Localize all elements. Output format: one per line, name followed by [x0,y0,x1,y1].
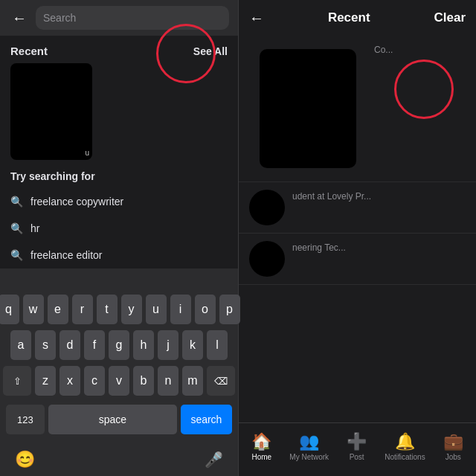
right-content: Co... udent at Lovely Pr... neering Tec.… [239,36,476,476]
suggestion-text-2: freelance editor [30,249,103,261]
key-space[interactable]: space [48,405,177,434]
recent-thumbnail[interactable]: u [10,63,92,160]
key-d[interactable]: d [60,330,80,360]
suggestion-text-0: freelance copywriter [30,196,123,208]
see-all-button[interactable]: See All [193,45,228,57]
key-z[interactable]: z [35,366,56,396]
emoji-button[interactable]: 😊 [15,450,35,469]
suggestion-1[interactable]: 🔍 hr [0,215,238,242]
key-shift[interactable]: ⇧ [3,366,31,396]
recent-label: Recent [10,45,48,57]
recent-list: Co... udent at Lovely Pr... neering Tec.… [239,36,476,422]
key-o[interactable]: o [195,295,216,324]
jobs-icon: 💼 [443,432,463,451]
key-r[interactable]: r [72,295,93,324]
keyboard-row-2: a s d f g h j k l [3,330,235,360]
back-button-right[interactable]: ← [249,10,264,27]
key-n[interactable]: n [158,366,178,396]
tab-bar: 🏠 Home 👥 My Network ➕ Post 🔔 Notificatio… [239,422,476,476]
suggestion-2[interactable]: 🔍 freelance editor [0,242,238,268]
key-p[interactable]: p [219,295,240,324]
key-b[interactable]: b [133,366,154,396]
item-sub-2: neering Tec... [292,242,466,253]
left-header: ← [0,0,238,36]
key-k[interactable]: k [182,330,203,360]
recent-item-2[interactable]: neering Tec... [239,234,476,285]
tab-post[interactable]: ➕ Post [339,432,375,461]
key-j[interactable]: j [158,330,178,360]
avatar-1 [249,190,285,225]
key-123[interactable]: 123 [6,405,45,434]
keyboard-row-1: q w e r t y u i o p [3,295,235,324]
avatar-0 [260,49,356,168]
recent-item-0[interactable]: Co... [239,36,476,182]
bottom-bar: 😊 🎤 [0,443,238,476]
key-x[interactable]: x [60,366,80,396]
network-icon: 👥 [299,432,319,451]
search-icon-1: 🔍 [10,222,23,234]
back-button-left[interactable]: ← [9,8,30,28]
item-sub-1: udent at Lovely Pr... [292,191,466,202]
key-f[interactable]: f [84,330,105,360]
key-l[interactable]: l [207,330,228,360]
avatar-2 [249,241,285,277]
home-icon: 🏠 [251,432,271,451]
key-q[interactable]: q [0,295,19,324]
key-e[interactable]: e [48,295,68,324]
key-s[interactable]: s [35,330,56,360]
item-sub-0: Co... [374,45,466,55]
keyboard-row-3: ⇧ z x c v b n m ⌫ [3,366,235,396]
right-panel: ← Recent Clear Co... udent at Lovely Pr.… [239,0,476,476]
search-icon-2: 🔍 [10,249,23,261]
tab-network[interactable]: 👥 My Network [289,432,329,461]
item-info-1: udent at Lovely Pr... [292,190,466,202]
key-c[interactable]: c [84,366,105,396]
key-backspace[interactable]: ⌫ [207,366,235,396]
tab-jobs-label: Jobs [446,453,461,461]
key-search[interactable]: search [181,405,232,434]
keyboard: q w e r t y u i o p a s d f g h j k [0,289,238,443]
key-h[interactable]: h [133,330,154,360]
tab-network-label: My Network [289,453,329,461]
clear-button[interactable]: Clear [434,10,466,25]
key-g[interactable]: g [109,330,129,360]
right-title: Recent [328,10,370,25]
tab-notifications[interactable]: 🔔 Notifications [385,432,425,461]
item-info-2: neering Tec... [292,241,466,253]
mic-button[interactable]: 🎤 [205,451,223,469]
search-bar[interactable] [36,6,229,30]
search-icon-0: 🔍 [10,196,23,208]
suggestion-0[interactable]: 🔍 freelance copywriter [0,188,238,215]
tab-notifications-label: Notifications [385,453,425,461]
item-info-0: Co... [374,43,466,55]
right-header: ← Recent Clear [239,0,476,36]
keyboard-area: q w e r t y u i o p a s d f g h j k [0,268,238,476]
try-searching-label: Try searching for [0,160,238,188]
notifications-icon: 🔔 [395,432,415,451]
recent-item-1[interactable]: udent at Lovely Pr... [239,182,476,234]
recent-section: Recent See All [0,36,238,63]
key-t[interactable]: t [97,295,118,324]
tab-home-label: Home [251,453,271,461]
key-a[interactable]: a [10,330,31,360]
keyboard-row-4: 123 space search [3,402,235,437]
search-input[interactable] [43,12,222,24]
tab-home[interactable]: 🏠 Home [244,432,280,461]
key-w[interactable]: w [23,295,44,324]
key-u[interactable]: u [146,295,167,324]
key-m[interactable]: m [182,366,203,396]
key-v[interactable]: v [109,366,129,396]
key-i[interactable]: i [170,295,191,324]
left-panel: ← Recent See All u Try searching for 🔍 f… [0,0,238,476]
tab-jobs[interactable]: 💼 Jobs [435,432,471,461]
tab-post-label: Post [350,453,364,461]
suggestion-text-1: hr [30,222,39,234]
thumbnail-user-label: u [85,149,89,157]
key-y[interactable]: y [121,295,142,324]
post-icon: ➕ [347,432,367,451]
